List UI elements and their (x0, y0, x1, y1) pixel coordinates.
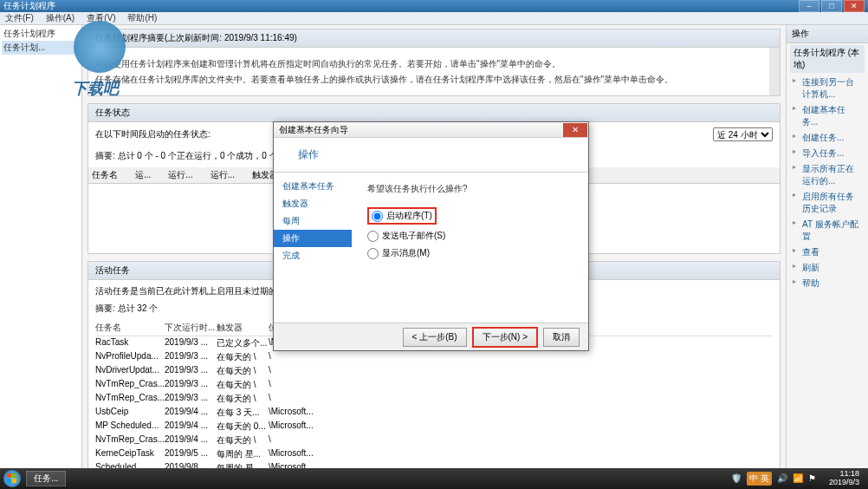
action-item[interactable]: 创建任务... (790, 130, 865, 146)
wizard-radio-row[interactable]: 显示消息(M) (367, 247, 573, 259)
close-button[interactable]: ✕ (844, 0, 865, 12)
menu-file[interactable]: 文件(F) (5, 12, 34, 24)
action-item[interactable]: 启用所有任务历史记录 (790, 189, 865, 217)
svg-rect-2 (7, 479, 11, 483)
wizard-question: 希望该任务执行什么操作? (367, 183, 573, 195)
volume-icon[interactable]: 🔊 (777, 473, 787, 484)
action-item[interactable]: 查看 (790, 244, 865, 260)
overview-text-1: 可以使用任务计划程序来创建和管理计算机将在所指定时间自动执行的常见任务。若要开始… (95, 57, 773, 70)
action-item[interactable]: 刷新 (790, 260, 865, 276)
overview-header: 任务计划程序摘要(上次刷新时间: 2019/9/3 11:16:49) (88, 29, 780, 48)
actions-panel: 操作 任务计划程序 (本地) 连接到另一台计算机...创建基本任务...创建任务… (786, 25, 868, 489)
wizard-radio[interactable] (367, 248, 379, 259)
wizard-nav-item[interactable]: 完成 (274, 247, 352, 264)
window-title: 任务计划程序 (3, 0, 799, 12)
wizard-back-button[interactable]: < 上一步(B) (403, 328, 467, 347)
wizard-nav-item[interactable]: 每周 (274, 212, 352, 230)
taskbar-app[interactable]: 任务... (26, 471, 66, 486)
svg-rect-1 (12, 473, 16, 478)
action-item[interactable]: 创建基本任务... (790, 102, 865, 130)
minimize-button[interactable]: – (799, 0, 819, 12)
flag-icon[interactable]: ⚑ (808, 473, 819, 484)
table-row[interactable]: KerneCeipTask2019/9/5 ...每周的 星...\Micros… (95, 447, 773, 461)
wizard-cancel-button[interactable]: 取消 (543, 328, 580, 347)
wizard-nav-item[interactable]: 触发器 (274, 195, 352, 212)
table-row[interactable]: UsbCeip2019/9/4 ...在每 3 天...\Microsoft..… (95, 406, 773, 420)
table-row[interactable]: NvDriverUpdat...2019/9/3 ...在每天的 \\ (95, 364, 773, 378)
table-row[interactable]: NvTmRep_Cras...2019/9/4 ...在每天的 \\ (95, 434, 773, 447)
wizard-radio[interactable] (367, 231, 379, 242)
actions-title: 操作 (787, 25, 868, 43)
taskbar: 任务... 🛡️ 中 英 🔊 📶 ⚑ 11:18 2019/9/3 (0, 468, 868, 489)
wizard-nav-item[interactable]: 创建基本任务 (274, 178, 352, 195)
wizard-close-button[interactable]: ✕ (563, 123, 587, 137)
wizard-radio-row[interactable]: 发送电子邮件(S) (367, 230, 573, 242)
clock[interactable]: 11:18 2019/9/3 (824, 470, 865, 487)
action-item[interactable]: AT 服务帐户配置 (790, 217, 865, 244)
status-header: 任务状态 (88, 104, 780, 122)
wizard-nav: 创建基本任务触发器每周操作完成 (274, 173, 352, 323)
maximize-button[interactable]: □ (821, 0, 842, 12)
wizard-nav-item[interactable]: 操作 (274, 230, 352, 247)
start-button[interactable] (3, 470, 21, 487)
wizard-step-title: 操作 (298, 147, 319, 162)
action-item[interactable]: 帮助 (790, 276, 865, 291)
watermark-logo: 下载吧 (56, 12, 152, 108)
create-basic-task-wizard: 创建基本任务向导 ✕ 操作 创建基本任务触发器每周操作完成 希望该任务执行什么操… (273, 121, 589, 351)
table-row[interactable]: MP Scheduled...2019/9/4 ...在每天的 0...\Mic… (95, 420, 773, 434)
svg-rect-0 (7, 473, 11, 478)
action-item[interactable]: 连接到另一台计算机... (790, 75, 865, 102)
wizard-radio[interactable] (372, 211, 383, 222)
titlebar: 任务计划程序 – □ ✕ (0, 0, 868, 12)
network-icon[interactable]: 📶 (793, 473, 803, 484)
actions-group-title: 任务计划程序 (本地) (790, 45, 865, 73)
overview-panel: 任务计划程序摘要(上次刷新时间: 2019/9/3 11:16:49) 可以使用… (87, 29, 781, 96)
table-row[interactable]: NvProfileUpda...2019/9/3 ...在每天的 \\ (95, 350, 773, 364)
status-prompt: 在以下时间段启动的任务状态: (95, 128, 211, 140)
tray-icon[interactable]: 🛡️ (731, 473, 742, 484)
wizard-next-button[interactable]: 下一步(N) > (472, 327, 539, 348)
action-item[interactable]: 导入任务... (790, 146, 865, 161)
ime-indicator[interactable]: 中 英 (747, 472, 772, 486)
wizard-radio-highlighted[interactable]: 启动程序(T) (367, 207, 437, 225)
overview-text-2: 任务存储在任务计划程序库的文件夹中。若要查看单独任务上的操作或执行该操作，请在任… (95, 73, 773, 86)
wizard-title: 创建基本任务向导 (279, 124, 563, 136)
table-row[interactable]: NvTmRep_Cras...2019/9/3 ...在每天的 \\ (95, 378, 773, 392)
table-row[interactable]: NvTmRep_Cras...2019/9/3 ...在每天的 \\ (95, 392, 773, 406)
action-item[interactable]: 显示所有正在运行的... (790, 161, 865, 189)
svg-rect-3 (12, 479, 16, 483)
timeframe-select[interactable]: 近 24 小时 (713, 127, 773, 141)
scrollbar[interactable] (769, 48, 780, 95)
